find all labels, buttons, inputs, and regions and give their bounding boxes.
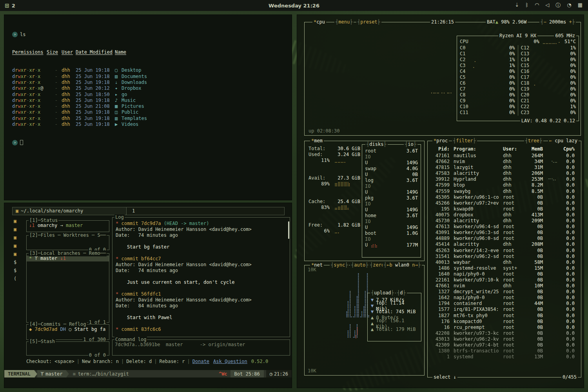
- process-row[interactable]: 1486systemd-resolvesyst+15M0.0: [431, 265, 575, 271]
- process-row[interactable]: 195kswapd0root0B0.0: [431, 206, 575, 212]
- folder-icon[interactable]: ▣: [14, 234, 24, 242]
- lazygit-window[interactable]: ▣ ~/.local/share/omarchy 1 ▣▣▣▣▣$$( [1]─…: [4, 203, 292, 388]
- process-row[interactable]: 1827mt76-tx phy0root0B0.0: [431, 313, 575, 319]
- folder-icon[interactable]: ▣: [14, 225, 24, 234]
- process-row[interactable]: 47161nautilusdhh264M0.0: [431, 153, 575, 159]
- process-row[interactable]: 1794containerdroot44M0.0: [431, 301, 575, 307]
- process-row[interactable]: 45414alacrittydhh208M0.0: [431, 241, 575, 247]
- filter-button[interactable]: filter: [452, 138, 477, 144]
- commit-row[interactable]: ◆ 7dc9d7ad DH ○ Start bg fa: [27, 327, 109, 332]
- preset-button[interactable]: preset: [356, 19, 381, 25]
- sort-pid[interactable]: Pid:: [431, 146, 450, 152]
- tab-1[interactable]: 1: [127, 207, 285, 215]
- wifi-icon[interactable]: ◠: [535, 2, 539, 9]
- process-row[interactable]: 1327dmcrypt_write/25root0B0.0: [431, 289, 575, 295]
- mem-percent: 11%: [314, 158, 330, 163]
- process-row[interactable]: 47559swaybgdhh8.5M0.0: [431, 189, 575, 194]
- branches-panel[interactable]: [3]─Local branches ─ Remo── * ϒ master ↓…: [26, 253, 109, 323]
- log-scrollbar[interactable]: [288, 221, 289, 239]
- process-row[interactable]: 42309kworker/u97:4-btroot0B0.0: [431, 342, 575, 348]
- help-separator: |: [77, 359, 80, 364]
- sync-button[interactable]: sync: [330, 262, 349, 268]
- stash-panel[interactable]: [5]─Stash 0 of 0: [26, 341, 109, 356]
- tree-toggle[interactable]: tree: [524, 138, 543, 144]
- help-link-donate[interactable]: Donate: [192, 359, 209, 364]
- menu-button[interactable]: menu: [334, 19, 354, 25]
- process-row[interactable]: 31541kworker/u96:2-sdroot0B0.0: [431, 254, 575, 260]
- process-row[interactable]: 22161kworker/u97:10-kroot0B0.0: [431, 277, 575, 283]
- file-icon[interactable]: $: [14, 267, 24, 275]
- process-row[interactable]: 45305kworker/u96:1-coroot0B0.0: [431, 194, 575, 200]
- file-icon[interactable]: $: [14, 258, 24, 267]
- upload-tag[interactable]: upload: [370, 290, 395, 296]
- process-row[interactable]: 1380btrfs-transactioroot0B0.0: [431, 348, 575, 354]
- process-row[interactable]: 45730alacrittydhh209M0.0: [431, 218, 575, 224]
- core-half: C00%: [457, 45, 518, 51]
- workspace-indicator[interactable]: ⊞ 2: [5, 2, 15, 9]
- bluetooth-icon[interactable]: ᛒ: [525, 2, 528, 9]
- info-icon[interactable]: ⓘ: [555, 2, 561, 9]
- commits-panel[interactable]: [4]─Commits ─ Reflog ◆ 7dc9d7ad DH ○ Sta…: [26, 324, 109, 340]
- process-row[interactable]: 40075dropboxdhh413M0.0: [431, 212, 575, 218]
- process-row[interactable]: 43091kworker/u96:3-sdroot0B0.0: [431, 230, 575, 236]
- auto-button[interactable]: auto: [350, 262, 369, 268]
- interface-selector[interactable]: ←b wlan0 n→: [383, 262, 422, 268]
- sort-cpu[interactable]: Cpu%: [557, 146, 575, 152]
- sort-user[interactable]: User:: [503, 146, 526, 152]
- files-panel[interactable]: [2]─Files ─ Worktrees ─ S── 0 of 0: [26, 235, 109, 250]
- mem-box-title[interactable]: *mem: [310, 138, 324, 144]
- status-panel[interactable]: [1]─Status ↓1 omarchy → master: [26, 220, 109, 232]
- interval-minus[interactable]: −: [543, 19, 546, 25]
- help-link-ask-question[interactable]: Ask Question: [213, 359, 247, 364]
- file-icon[interactable]: (: [14, 275, 24, 283]
- repo-path[interactable]: ▣ ~/.local/share/omarchy: [12, 207, 127, 215]
- process-row[interactable]: 43013kworker/u96:2-kvroot0B0.0: [431, 336, 575, 342]
- sort-program[interactable]: Program:: [454, 146, 503, 152]
- terminal-window[interactable]: › ls Permissions Size User Date Modified…: [4, 15, 292, 200]
- folder-icon[interactable]: ▣: [14, 217, 24, 225]
- io-tag[interactable]: io: [404, 142, 417, 147]
- command-log-panel[interactable]: Command log 7dc9d7a..b3691be master -> o…: [112, 339, 290, 356]
- cpu-box-title[interactable]: *cpu: [312, 19, 326, 25]
- download-tag[interactable]: d: [396, 290, 407, 296]
- user-icon[interactable]: ◔: [567, 2, 571, 9]
- sort-selector[interactable]: ← cpu lazy: [548, 138, 579, 144]
- interval-plus[interactable]: +: [569, 19, 572, 25]
- process-row[interactable]: 45263kworker/14:2-everoot0B0.0: [431, 248, 575, 254]
- process-row[interactable]: 47583alacrittydhh206M0.0: [431, 171, 575, 176]
- download-tray-icon[interactable]: ⇣: [515, 2, 519, 9]
- folder-icon[interactable]: ▣: [14, 242, 24, 250]
- process-row[interactable]: 47613kworker/u96:4-sdroot0B0.0: [431, 224, 575, 230]
- process-row[interactable]: 42208kworker/u97:3-kcroot0B0.0: [431, 330, 575, 336]
- select-hint[interactable]: select ↓: [432, 374, 457, 380]
- file-size: -: [47, 116, 58, 122]
- process-row[interactable]: 39912Hyprlanddhh253M⠒⠢⠄0.0: [431, 176, 575, 182]
- process-row[interactable]: 47599btopdhh8.2M0.0: [431, 182, 575, 188]
- process-row[interactable]: 47661nvimdhh10M0.0: [431, 283, 575, 289]
- proc-box-title[interactable]: *proc: [432, 138, 449, 144]
- process-row[interactable]: 1642napi/phy0-0root0B0.0: [431, 295, 575, 301]
- proc-pid: 43091: [431, 230, 450, 236]
- process-row[interactable]: 176kcompactd0root0B0.0: [431, 319, 575, 325]
- mem-total-row: Total:30.6 GiB: [309, 146, 360, 152]
- log-panel[interactable]: Log * commit 7dc9d7a (HEAD -> master)Aut…: [112, 217, 290, 337]
- process-row[interactable]: 40013waybardhh58M0.0: [431, 260, 575, 265]
- apps-icon[interactable]: ▦: [578, 2, 583, 9]
- disk-io-row: IO: [362, 183, 421, 189]
- process-row[interactable]: 45266kworker/u97:2+evroot0B0.0: [431, 200, 575, 206]
- branch-row-master[interactable]: * ϒ master ↓1: [27, 256, 109, 261]
- disks-tag[interactable]: disks: [365, 142, 388, 147]
- process-row[interactable]: 1systemdroot13M0.0: [431, 354, 575, 360]
- process-row[interactable]: 44889kworker/u96:0-sdroot0B0.0: [431, 236, 575, 241]
- btop-window[interactable]: *cpu menu preset 21:26:15 BAT▲ 98% 2.96W…: [297, 15, 584, 388]
- sort-mem[interactable]: MemB: [526, 146, 543, 152]
- process-row[interactable]: 16rcu_preemptroot0B0.0: [431, 325, 575, 330]
- folder-icon[interactable]: ▣: [14, 250, 24, 258]
- mem-meter: ⣀⣀⣀⡀: [334, 158, 347, 163]
- process-row[interactable]: 47662nvimdhh34M⠢⠤0.0: [431, 159, 575, 165]
- process-row[interactable]: 1640napi/phy0-0root0B0.0: [431, 271, 575, 277]
- volume-icon[interactable]: ◁: [545, 2, 549, 9]
- process-row[interactable]: 1577irq/81-PIXA3854:root0B0.0: [431, 307, 575, 312]
- process-row[interactable]: 47815lazygitdhh31M0.0: [431, 165, 575, 171]
- tab-label: 1: [132, 208, 135, 214]
